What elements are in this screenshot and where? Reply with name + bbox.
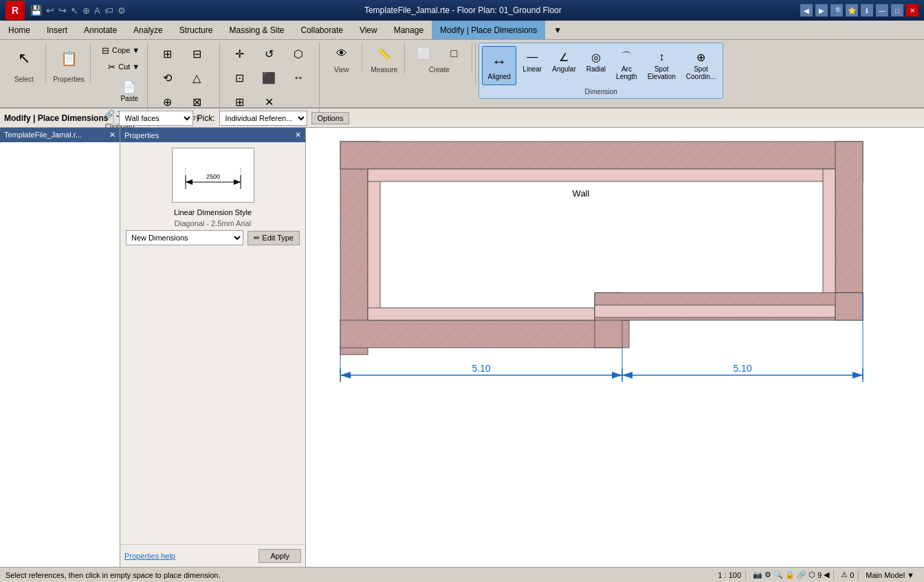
scale-display[interactable]: 1 : 100 xyxy=(714,571,746,579)
geom-icon-4: △ xyxy=(188,69,205,86)
create-btn-1[interactable]: ⬜ xyxy=(410,43,438,65)
geom-btn-5[interactable]: ⊕ xyxy=(153,91,181,113)
arc-length-btn[interactable]: ⌒ ArcLength xyxy=(612,46,641,85)
select-label: Select xyxy=(14,76,34,83)
apply-btn[interactable]: Apply xyxy=(258,549,301,563)
radial-icon: ◎ xyxy=(588,49,604,65)
create-btn-2[interactable]: □ xyxy=(440,43,468,65)
options-btn[interactable]: Options xyxy=(311,112,350,124)
hex-icon[interactable]: ⬡ xyxy=(808,570,815,579)
minimize-btn[interactable]: — xyxy=(876,4,888,16)
model-dropdown-icon[interactable]: ▼ xyxy=(907,571,914,579)
mod-btn-2[interactable]: ↺ xyxy=(255,43,283,65)
geom-icon-5: ⊕ xyxy=(159,93,175,110)
nav-left-icon[interactable]: ◀ xyxy=(824,570,829,579)
error-count[interactable]: ⚠ 0 xyxy=(837,570,859,579)
mod-btn-4[interactable]: ⊡ xyxy=(226,67,253,89)
menu-analyze[interactable]: Analyze xyxy=(125,21,171,39)
pb-close-btn[interactable]: ✕ xyxy=(109,131,116,139)
menu-view[interactable]: View xyxy=(351,21,386,39)
geom-btn-4[interactable]: △ xyxy=(183,67,210,89)
settings-icon[interactable]: ⚙ xyxy=(118,5,126,16)
measure-label: Measure xyxy=(371,66,397,74)
edit-type-label: Edit Type xyxy=(262,234,294,242)
radial-btn[interactable]: ◎ Radial xyxy=(582,46,610,85)
mod-icon-2: ↺ xyxy=(261,45,277,62)
props-content: 2500 Linear Dimension Style Diagonal - 2… xyxy=(120,142,305,544)
cut-btn[interactable]: ✂ Cut ▼ xyxy=(102,59,143,74)
zoom-icon[interactable]: 🔍 xyxy=(773,570,783,579)
lock-icon[interactable]: 🔒 xyxy=(785,570,795,579)
mod-btn-6[interactable]: ↔ xyxy=(285,67,312,89)
tag-icon[interactable]: 🏷 xyxy=(104,5,113,16)
ribbon-separator xyxy=(475,43,476,84)
select-btn[interactable]: ↖ xyxy=(7,43,41,74)
star-btn[interactable]: ⭐ xyxy=(846,4,858,16)
mod-btn-7[interactable]: ⊞ xyxy=(226,91,253,113)
wall-faces-dropdown[interactable]: Wall faces Wall centerlines Center of co… xyxy=(119,111,193,126)
ribbon-group-select: ↖ Select xyxy=(3,43,46,83)
svg-marker-6 xyxy=(186,179,192,185)
arc-length-icon: ⌒ xyxy=(618,49,635,65)
search-btn[interactable]: 🔎 xyxy=(830,4,843,16)
props-dropdown-row: New Dimensions All Dimensions ✏ Edit Typ… xyxy=(126,230,300,245)
menu-insert[interactable]: Insert xyxy=(38,21,76,39)
view-label: View xyxy=(334,66,349,74)
measure-icon[interactable]: ⊕ xyxy=(82,5,90,16)
link-status-icon[interactable]: 🔗 xyxy=(797,570,806,579)
mod-btn-3[interactable]: ⬡ xyxy=(285,43,312,65)
aligned-btn[interactable]: ↔ Aligned xyxy=(482,46,516,85)
mod-icon-5: ⬛ xyxy=(261,69,277,86)
properties-btn[interactable]: 📋 xyxy=(52,43,86,74)
redo-icon[interactable]: ↪ xyxy=(58,5,67,16)
save-icon[interactable]: 💾 xyxy=(30,5,42,16)
props-help-link[interactable]: Properties help xyxy=(124,552,175,560)
geom-btn-3[interactable]: ⟲ xyxy=(153,67,181,89)
edit-type-btn[interactable]: ✏ Edit Type xyxy=(248,231,300,245)
camera-icon[interactable]: 📷 xyxy=(753,570,762,579)
select-icon: ↖ xyxy=(13,47,35,69)
nav-fwd-btn[interactable]: ▶ xyxy=(815,4,828,16)
mod-btn-5[interactable]: ⬛ xyxy=(255,67,283,89)
mod-btn-8[interactable]: ✕ xyxy=(255,91,283,113)
aligned-icon: ↔ xyxy=(488,51,510,73)
menu-massing[interactable]: Massing & Site xyxy=(221,21,292,39)
view-btn[interactable]: 👁 xyxy=(328,43,355,65)
pick-label: Pick: xyxy=(197,113,215,123)
info-btn[interactable]: ℹ xyxy=(861,4,873,16)
pointer-tool[interactable]: ↖ xyxy=(71,5,78,16)
properties-icon: 📋 xyxy=(58,47,80,69)
menu-structure[interactable]: Structure xyxy=(171,21,221,39)
maximize-btn[interactable]: □ xyxy=(891,4,903,16)
mod-btn-1[interactable]: ✛ xyxy=(226,43,253,65)
cope-btn[interactable]: ⊟ Cope ▼ xyxy=(96,43,143,58)
nav-back-btn[interactable]: ◀ xyxy=(800,4,813,16)
linear-btn[interactable]: — Linear xyxy=(518,46,546,85)
spot-coordinate-btn[interactable]: ⊕ SpotCoordin... xyxy=(682,46,720,85)
gear-status-icon[interactable]: ⚙ xyxy=(764,570,771,579)
canvas-area[interactable]: 5.10 5.10 Wall xyxy=(306,128,924,567)
menu-modify-place-dimensions[interactable]: Modify | Place Dimensions xyxy=(432,21,545,39)
geom-btn-1[interactable]: ⊞ xyxy=(153,43,181,65)
menu-annotate[interactable]: Annotate xyxy=(76,21,125,39)
status-icons: 📷 ⚙ 🔍 🔒 🔗 ⬡ 9 ◀ xyxy=(749,570,834,579)
svg-rect-17 xyxy=(823,169,835,306)
menu-home[interactable]: Home xyxy=(0,21,38,39)
number-icon[interactable]: 9 xyxy=(817,571,822,579)
pick-dropdown[interactable]: Individual Referen... Entire Walls xyxy=(219,111,307,126)
undo-icon[interactable]: ↩ xyxy=(46,5,54,16)
angular-btn[interactable]: ∠ Angular xyxy=(548,46,580,85)
geom-btn-6[interactable]: ⊠ xyxy=(183,91,210,113)
menu-collaborate[interactable]: Collaborate xyxy=(293,21,351,39)
props-close-btn[interactable]: ✕ xyxy=(295,131,301,139)
geom-btn-2[interactable]: ⊟ xyxy=(183,43,210,65)
spot-elevation-btn[interactable]: ↕ SpotElevation xyxy=(644,46,680,85)
paste-btn[interactable]: 📄 Paste xyxy=(116,76,143,105)
menu-manage[interactable]: Manage xyxy=(386,21,432,39)
menu-dropdown[interactable]: ▼ xyxy=(545,21,570,39)
close-btn[interactable]: ✕ xyxy=(906,4,918,16)
svg-rect-13 xyxy=(340,142,863,169)
measure-ribbon-btn[interactable]: 📏 xyxy=(371,43,398,65)
text-icon[interactable]: A xyxy=(94,5,100,16)
new-dimensions-dropdown[interactable]: New Dimensions All Dimensions xyxy=(126,230,243,245)
